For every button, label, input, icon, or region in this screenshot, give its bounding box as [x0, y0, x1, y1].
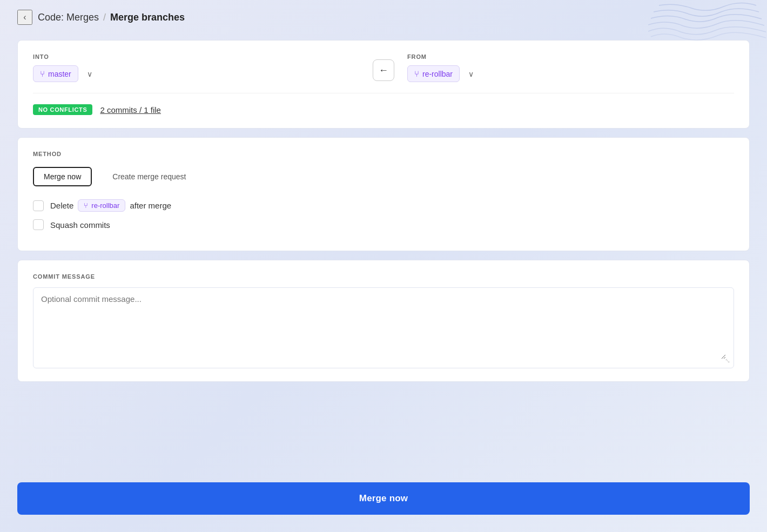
swap-branches-button[interactable]: ←	[373, 59, 394, 81]
back-button[interactable]: ‹	[17, 10, 32, 25]
squash-checkbox-row: Squash commits	[33, 219, 734, 230]
from-label: FROM	[407, 53, 734, 60]
breadcrumb-separator: /	[103, 12, 106, 23]
breadcrumb-parent[interactable]: Code: Merges	[38, 12, 99, 23]
into-dropdown-arrow[interactable]: ∨	[87, 70, 92, 78]
back-icon: ‹	[23, 12, 26, 22]
commits-info[interactable]: 2 commits / 1 file	[100, 105, 161, 115]
delete-branch-checkbox[interactable]	[33, 200, 44, 211]
from-branch-pill[interactable]: ⑂ re-rollbar	[407, 65, 460, 82]
branch-card: INTO ⑂ master ∨ ← FROM	[17, 40, 750, 129]
into-branch-group: INTO ⑂ master ∨	[33, 53, 360, 82]
commit-message-input[interactable]	[41, 294, 726, 359]
squash-commits-label: Squash commits	[50, 220, 110, 230]
into-branch-pill[interactable]: ⑂ master	[33, 65, 78, 82]
from-branch-name: re-rollbar	[422, 70, 453, 78]
from-branch-selector: ⑂ re-rollbar ∨	[407, 65, 734, 82]
delete-before-text: Delete	[50, 201, 73, 210]
into-branch-selector: ⑂ master ∨	[33, 65, 360, 82]
delete-branch-name: re-rollbar	[91, 201, 119, 210]
merge-now-button[interactable]: Merge now	[17, 482, 750, 515]
page-header: ‹ Code: Merges / Merge branches	[0, 0, 767, 35]
resize-handle-icon: ⤡	[725, 357, 730, 365]
into-label: INTO	[33, 53, 360, 60]
into-branch-name: master	[48, 70, 71, 78]
from-dropdown-arrow[interactable]: ∨	[468, 70, 474, 78]
no-conflicts-badge: NO CONFLICTS	[33, 104, 92, 115]
method-card: METHOD Merge now Create merge request De…	[17, 137, 750, 251]
conflict-row: NO CONFLICTS 2 commits / 1 file	[33, 93, 734, 115]
squash-commits-checkbox[interactable]	[33, 219, 44, 230]
create-merge-request-button[interactable]: Create merge request	[103, 168, 196, 185]
breadcrumb-current: Merge branches	[110, 12, 185, 23]
delete-after-text: after merge	[130, 201, 171, 210]
commit-message-wrapper: ⤡	[33, 287, 734, 368]
branch-section: INTO ⑂ master ∨ ← FROM	[33, 53, 734, 82]
merge-button-wrapper: Merge now	[0, 474, 767, 532]
decorative-waves	[648, 0, 767, 41]
method-label: METHOD	[33, 151, 734, 157]
commit-message-card: COMMIT MESSAGE ⤡	[17, 260, 750, 382]
delete-checkbox-label: Delete ⑂ re-rollbar after merge	[50, 199, 171, 212]
main-content: INTO ⑂ master ∨ ← FROM	[0, 35, 767, 474]
merge-now-method-button[interactable]: Merge now	[33, 167, 92, 186]
breadcrumb: Code: Merges / Merge branches	[38, 12, 185, 23]
delete-checkbox-row: Delete ⑂ re-rollbar after merge	[33, 199, 734, 212]
method-row: Merge now Create merge request	[33, 167, 734, 186]
from-branch-group: FROM ⑂ re-rollbar ∨	[407, 53, 734, 82]
branch-icon-into: ⑂	[40, 69, 45, 78]
branch-icon-from: ⑂	[414, 69, 419, 78]
commit-message-label: COMMIT MESSAGE	[33, 273, 734, 280]
squash-commits-text: Squash commits	[50, 220, 110, 230]
delete-branch-pill: ⑂ re-rollbar	[78, 199, 125, 212]
swap-icon: ←	[379, 65, 388, 76]
delete-branch-icon: ⑂	[84, 201, 88, 210]
